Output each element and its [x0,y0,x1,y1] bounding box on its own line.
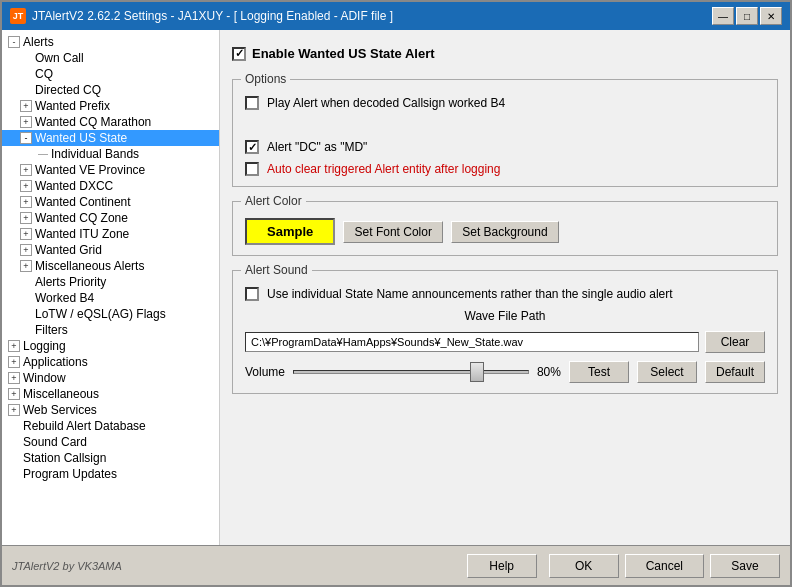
expand-icon-wanted-prefix[interactable]: + [20,100,32,112]
expand-icon-wanted-continent[interactable]: + [20,196,32,208]
expand-icon-station-callsign [8,452,20,464]
cancel-button[interactable]: Cancel [625,554,704,578]
alert-sound-section: Alert Sound Use individual State Name an… [232,270,778,394]
ok-button[interactable]: OK [549,554,619,578]
options-list: Play Alert when decoded Callsign worked … [245,90,765,176]
checkbox-use-individual[interactable] [245,287,259,301]
wave-row: Clear [245,331,765,353]
label-play-alert: Play Alert when decoded Callsign worked … [267,96,505,110]
enable-checkbox[interactable] [232,47,246,61]
expand-icon-directed-cq [20,84,32,96]
label-auto-clear: Auto clear triggered Alert entity after … [267,162,500,176]
expand-icon-logging[interactable]: + [8,340,20,352]
expand-icon-wanted-cq-marathon[interactable]: + [20,116,32,128]
sidebar-item-station-callsign[interactable]: Station Callsign [2,450,219,466]
label-alert-dc: Alert "DC" as "MD" [267,140,367,154]
sidebar-item-web-services[interactable]: + Web Services [2,402,219,418]
sidebar-item-wanted-itu-zone[interactable]: + Wanted ITU Zone [2,226,219,242]
options-title: Options [241,72,290,86]
sidebar: - Alerts Own Call CQ Directed CQ + Wante… [2,30,220,545]
bottom-buttons: Help OK Cancel Save [467,554,780,578]
right-panel: Enable Wanted US State Alert Options Pla… [220,30,790,545]
sidebar-item-wanted-cq-marathon[interactable]: + Wanted CQ Marathon [2,114,219,130]
sidebar-item-directed-cq[interactable]: Directed CQ [2,82,219,98]
sidebar-item-filters[interactable]: Filters [2,322,219,338]
help-button[interactable]: Help [467,554,537,578]
sidebar-item-rebuild-alert[interactable]: Rebuild Alert Database [2,418,219,434]
expand-icon-window[interactable]: + [8,372,20,384]
volume-slider[interactable] [293,370,529,374]
volume-row: Volume 80% Test Select Default [245,361,765,383]
test-button[interactable]: Test [569,361,629,383]
expand-icon-miscellaneous-alerts[interactable]: + [20,260,32,272]
sidebar-item-wanted-prefix[interactable]: + Wanted Prefix [2,98,219,114]
sidebar-item-own-call[interactable]: Own Call [2,50,219,66]
expand-icon-wanted-grid[interactable]: + [20,244,32,256]
sidebar-item-alerts[interactable]: - Alerts [2,34,219,50]
sidebar-item-wanted-us-state[interactable]: - Wanted US State [2,130,219,146]
sidebar-item-worked-b4[interactable]: Worked B4 [2,290,219,306]
sidebar-item-miscellaneous[interactable]: + Miscellaneous [2,386,219,402]
expand-icon-wanted-us-state[interactable]: - [20,132,32,144]
alert-color-title: Alert Color [241,194,306,208]
wave-file-input[interactable] [245,332,699,352]
label-use-individual: Use individual State Name announcements … [267,287,673,301]
sidebar-item-wanted-continent[interactable]: + Wanted Continent [2,194,219,210]
set-background-button[interactable]: Set Background [451,221,558,243]
sidebar-item-wanted-cq-zone[interactable]: + Wanted CQ Zone [2,210,219,226]
expand-icon-lotw-flags [20,308,32,320]
sound-section: Use individual State Name announcements … [245,281,765,383]
sidebar-item-sound-card[interactable]: Sound Card [2,434,219,450]
expand-icon-wanted-cq-zone[interactable]: + [20,212,32,224]
expand-icon-wanted-ve-province[interactable]: + [20,164,32,176]
alert-color-row: Sample Set Font Color Set Background [245,212,765,245]
sidebar-item-lotw-flags[interactable]: LoTW / eQSL(AG) Flags [2,306,219,322]
sidebar-item-program-updates[interactable]: Program Updates [2,466,219,482]
sidebar-item-wanted-grid[interactable]: + Wanted Grid [2,242,219,258]
window-title: JTAlertV2 2.62.2 Settings - JA1XUY - [ L… [32,9,393,23]
close-button[interactable]: ✕ [760,7,782,25]
sidebar-item-wanted-dxcc[interactable]: + Wanted DXCC [2,178,219,194]
checkbox-auto-clear[interactable] [245,162,259,176]
enable-row: Enable Wanted US State Alert [232,42,778,65]
sidebar-item-window[interactable]: + Window [2,370,219,386]
title-bar-controls: — □ ✕ [712,7,782,25]
expand-icon-cq [20,68,32,80]
sidebar-item-miscellaneous-alerts[interactable]: + Miscellaneous Alerts [2,258,219,274]
credits-label: JTAlertV2 by VK3AMA [12,560,122,572]
sidebar-item-cq[interactable]: CQ [2,66,219,82]
expand-icon-wanted-dxcc[interactable]: + [20,180,32,192]
expand-icon-alerts-priority [20,276,32,288]
sidebar-item-wanted-ve-province[interactable]: + Wanted VE Province [2,162,219,178]
expand-icon-miscellaneous[interactable]: + [8,388,20,400]
save-button[interactable]: Save [710,554,780,578]
maximize-button[interactable]: □ [736,7,758,25]
expand-icon-wanted-itu-zone[interactable]: + [20,228,32,240]
minimize-button[interactable]: — [712,7,734,25]
alert-color-section: Alert Color Sample Set Font Color Set Ba… [232,201,778,256]
bottom-bar: JTAlertV2 by VK3AMA Help OK Cancel Save [2,545,790,585]
sidebar-item-logging[interactable]: + Logging [2,338,219,354]
option-play-alert: Play Alert when decoded Callsign worked … [245,96,765,110]
set-font-color-button[interactable]: Set Font Color [343,221,443,243]
expand-icon-alerts[interactable]: - [8,36,20,48]
volume-slider-container [293,362,529,382]
sidebar-item-individual-bands[interactable]: Individual Bands [2,146,219,162]
expand-icon-rebuild-alert [8,420,20,432]
sidebar-item-alerts-priority[interactable]: Alerts Priority [2,274,219,290]
expand-icon-filters [20,324,32,336]
main-window: JT JTAlertV2 2.62.2 Settings - JA1XUY - … [0,0,792,587]
expand-icon-web-services[interactable]: + [8,404,20,416]
select-button[interactable]: Select [637,361,697,383]
main-content: - Alerts Own Call CQ Directed CQ + Wante… [2,30,790,545]
checkbox-alert-dc[interactable] [245,140,259,154]
sample-button[interactable]: Sample [245,218,335,245]
option-use-individual: Use individual State Name announcements … [245,287,765,301]
clear-button[interactable]: Clear [705,331,765,353]
expand-icon-applications[interactable]: + [8,356,20,368]
options-section: Options Play Alert when decoded Callsign… [232,79,778,187]
checkbox-play-alert[interactable] [245,96,259,110]
title-bar: JT JTAlertV2 2.62.2 Settings - JA1XUY - … [2,2,790,30]
sidebar-item-applications[interactable]: + Applications [2,354,219,370]
default-button[interactable]: Default [705,361,765,383]
